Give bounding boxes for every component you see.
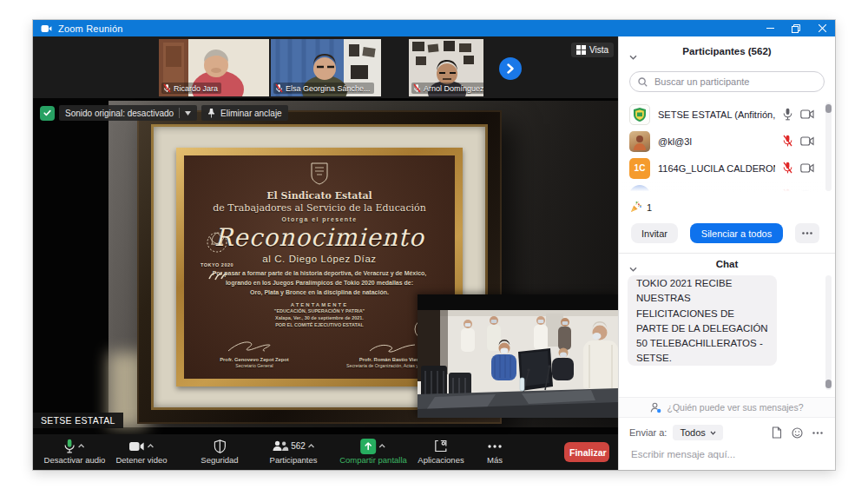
participants-button[interactable]: 562 Participantes: [270, 438, 318, 465]
avatar: 1C: [629, 158, 650, 179]
mic-active-icon: [783, 108, 792, 121]
participants-scrollbar[interactable]: [825, 102, 832, 191]
plaque-presents: Otorga el presente: [184, 216, 455, 222]
video-thumbnail-arnol[interactable]: Arnol Domínguez Ag...: [409, 39, 483, 96]
screenshot-root: Zoom Reunión: [0, 0, 868, 489]
recognition-plaque: El Sindicato Estatal de Trabajadores al …: [184, 155, 455, 379]
original-sound-pill[interactable]: Sonido original: desactivado: [59, 105, 197, 121]
participants-title: Participantes (562): [619, 46, 835, 56]
plaque-body-line3: Oro, Plata y Bronce en la disciplina de …: [184, 288, 455, 298]
signature-left: Profr. Genovevo Zepot Zepot Secretario G…: [207, 340, 302, 368]
conference-room-scene: [418, 310, 618, 418]
invite-button[interactable]: Invitar: [631, 223, 678, 243]
end-meeting-button[interactable]: Finalizar: [564, 442, 609, 462]
signature-left-role: Secretario General: [207, 363, 302, 368]
participant-list: SETSE ESTATAL (Anfitrión, yo) @kl@3l: [619, 101, 835, 193]
video-thumbnail-elsa[interactable]: Elsa Georgina Sánche...: [271, 39, 381, 96]
send-to-label: Enviar a:: [629, 427, 667, 438]
participants-more-button[interactable]: [795, 223, 819, 243]
search-input[interactable]: [653, 76, 816, 88]
chat-header: Chat: [619, 253, 835, 275]
list-fade-overlay: [619, 181, 835, 193]
zoom-window: Zoom Reunión: [33, 20, 835, 470]
meeting-toolbar: Desactivar audio Detener video Se: [33, 434, 618, 470]
caret-up-icon[interactable]: [308, 444, 315, 448]
video-camera-icon: [129, 441, 145, 452]
chat-messages: TOKIO 2021 RECIBE NUESTRAS FELICITACIONE…: [619, 275, 835, 397]
emoji-icon[interactable]: [792, 427, 803, 439]
scrollbar-thumb[interactable]: [825, 104, 832, 113]
encryption-shield-icon[interactable]: [40, 106, 55, 121]
privacy-person-icon: [650, 402, 661, 413]
view-button[interactable]: Vista: [571, 43, 614, 57]
video-stage: Ricardo Jara: [33, 36, 618, 470]
share-screen-button[interactable]: Compartir pantalla: [339, 438, 407, 465]
caret-up-icon[interactable]: [379, 444, 386, 448]
caret-up-icon[interactable]: [148, 444, 155, 448]
chat-message-bubble: TOKIO 2021 RECIBE NUESTRAS FELICITACIONE…: [628, 275, 777, 366]
pip-video[interactable]: [418, 294, 618, 418]
chat-scrollbar[interactable]: [825, 275, 832, 390]
chat-message-text: TOKIO 2021 RECIBE NUESTRAS FELICITACIONE…: [636, 276, 768, 366]
chat-input[interactable]: [629, 447, 825, 466]
pushpin-icon: [207, 109, 215, 118]
reaction-count: 1: [647, 202, 652, 213]
scrollbar-thumb[interactable]: [825, 380, 832, 388]
mic-muted-icon: [413, 83, 421, 93]
close-button[interactable]: [809, 20, 835, 36]
more-button[interactable]: Más: [487, 438, 503, 465]
mic-muted-icon: [783, 135, 792, 148]
apps-button[interactable]: Aplicaciones: [418, 438, 464, 465]
mute-all-button[interactable]: Silenciar a todos: [690, 223, 783, 243]
signature-left-name: Profr. Genovevo Zepot Zepot: [207, 357, 302, 362]
window-titlebar: Zoom Reunión: [33, 20, 835, 36]
caret-up-icon[interactable]: [78, 444, 85, 448]
chevron-down-icon: [710, 431, 716, 435]
chat-compose-meta: Enviar a: Todos: [619, 418, 835, 440]
stop-video-button[interactable]: Detener video: [115, 438, 167, 465]
apps-icon: [435, 439, 448, 453]
camera-on-icon: [800, 136, 814, 146]
participants-header: Participantes (562): [619, 36, 835, 71]
remove-pin-label: Eliminar anclaje: [220, 109, 282, 118]
filmstrip: Ricardo Jara: [33, 36, 618, 98]
participants-icon: [272, 440, 288, 453]
file-attach-icon[interactable]: [772, 426, 782, 439]
active-speaker-label: SETSE ESTATAL: [33, 413, 123, 428]
microphone-icon: [64, 439, 76, 453]
participant-row[interactable]: 1C 1164G_LUCILA CALDERON CAR...: [619, 155, 835, 182]
avatar: [629, 104, 650, 125]
view-button-label: Vista: [589, 45, 608, 55]
side-panel: Participantes (562) SETSE ESTATAL (Anfit…: [618, 36, 835, 470]
security-button[interactable]: Seguridad: [201, 438, 238, 465]
party-popper-icon: [629, 201, 642, 214]
mute-audio-button[interactable]: Desactivar audio: [44, 438, 106, 465]
video-thumbnail-ricardo[interactable]: Ricardo Jara: [159, 39, 269, 96]
remove-pin-pill[interactable]: Eliminar anclaje: [201, 105, 288, 121]
camera-on-icon: [800, 163, 814, 173]
restore-button[interactable]: [783, 20, 809, 36]
window-title: Zoom Reunión: [58, 23, 123, 34]
send-to-dropdown[interactable]: Todos: [673, 425, 722, 440]
original-sound-label: Sonido original: desactivado: [65, 109, 174, 118]
camera-on-icon: [800, 109, 814, 119]
shield-icon: [214, 439, 226, 453]
chat-more-icon[interactable]: [812, 432, 823, 434]
next-page-button[interactable]: [499, 57, 522, 80]
more-dots-icon: [488, 445, 502, 448]
participant-row[interactable]: SETSE ESTATAL (Anfitrión, yo): [619, 101, 835, 128]
thumbnail-name: Elsa Georgina Sánche...: [286, 84, 371, 93]
tokyo-2020-logo: TOKYO 2020: [195, 230, 239, 284]
participant-row[interactable]: @kl@3l: [619, 128, 835, 155]
chat-privacy-note[interactable]: ¿Quién puede ver sus mensajes?: [619, 397, 835, 418]
pill-divider: [179, 108, 180, 118]
participant-search[interactable]: [629, 71, 825, 92]
chevron-down-icon[interactable]: [185, 111, 191, 116]
plaque-org-line1: El Sindicato Estatal: [184, 190, 455, 202]
thumbnail-name: Ricardo Jara: [174, 84, 218, 93]
minimize-button[interactable]: [757, 20, 783, 36]
zoom-app-icon: [41, 24, 52, 33]
search-icon: [638, 77, 648, 87]
chevron-right-icon: [506, 63, 515, 74]
main-video: El Sindicato Estatal de Trabajadores al …: [33, 98, 618, 434]
